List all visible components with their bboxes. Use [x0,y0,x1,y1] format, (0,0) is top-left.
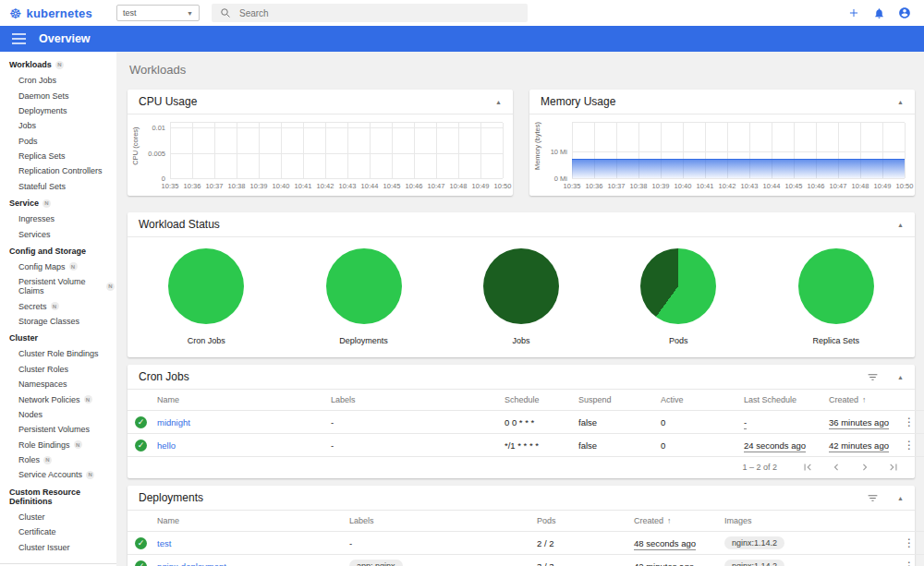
column-header-suspend[interactable]: Suspend [571,390,653,411]
sidebar-item-service-accounts[interactable]: Service AccountsN [0,467,116,482]
sidebar-item-ingresses[interactable]: Ingresses [0,211,116,226]
chart-vertical-gridline [192,123,193,178]
sidebar-item-cluster-role-bindings[interactable]: Cluster Role Bindings [0,346,116,361]
sidebar-item-config-maps[interactable]: Config MapsN [0,259,116,274]
resource-link[interactable]: nginx-deployment [157,561,226,566]
sidebar-item-roles[interactable]: RolesN [0,452,116,467]
sidebar-item-storage-classes[interactable]: Storage Classes [0,314,116,329]
row-menu-icon[interactable]: ⋮ [899,415,919,428]
sidebar-group-cluster[interactable]: Cluster [0,329,116,346]
column-header-schedule[interactable]: Schedule [497,390,571,411]
cell-text: 0 [661,417,665,428]
cell-labels: - [323,411,497,434]
x-tick-label: 10:48 [450,182,468,190]
menu-hamburger-icon[interactable] [12,33,26,44]
resource-link[interactable]: midnight [157,417,190,428]
sidebar-item-replication-controllers[interactable]: Replication Controllers [0,163,116,178]
collapse-icon[interactable]: ▲ [897,374,904,380]
namespace-selector[interactable]: test ▼ [116,5,200,21]
sidebar-item-jobs[interactable]: Jobs [0,118,116,133]
sidebar-item-certificate[interactable]: Certificate [0,524,116,539]
collapse-icon[interactable]: ▲ [897,99,904,105]
column-header-active[interactable]: Active [653,390,736,411]
cell-created: 42 minutes ago [821,434,892,457]
column-header-labels[interactable]: Labels [323,390,497,411]
sidebar-group-config-and-storage[interactable]: Config and Storage [0,242,116,259]
sidebar-item-secrets[interactable]: SecretsN [0,299,116,314]
pie-chart [798,248,874,324]
chart-vertical-gridline [214,123,215,178]
add-icon[interactable] [847,6,860,19]
filter-icon[interactable] [867,371,879,383]
user-account-icon[interactable] [898,6,911,19]
sidebar-item-persistent-volumes[interactable]: Persistent Volumes [0,422,116,437]
pie-chart [168,248,244,324]
sidebar-item-deployments[interactable]: Deployments [0,103,116,118]
previous-page-icon[interactable] [830,461,843,474]
column-header-pods[interactable]: Pods [529,511,626,532]
column-header-last-schedule[interactable]: Last Schedule [736,390,821,411]
sidebar-item-cluster-roles[interactable]: Cluster Roles [0,362,116,377]
sidebar-item-services[interactable]: Services [0,226,116,241]
cell-text: - [331,440,334,451]
deployments-title: Deployments [139,491,867,504]
sidebar-item-replica-sets[interactable]: Replica Sets [0,149,116,163]
column-header-labels[interactable]: Labels [342,511,529,532]
sidebar-item-daemon-sets[interactable]: Daemon Sets [0,88,116,102]
filter-icon[interactable] [867,492,879,504]
row-menu-icon[interactable]: ⋮ [899,536,919,549]
sidebar-item-stateful-sets[interactable]: Stateful Sets [0,179,116,194]
chart-vertical-gridline [503,123,504,178]
sidebar-item-cluster-issuer[interactable]: Cluster Issuer [0,539,116,554]
column-header-name[interactable]: Name [150,511,342,532]
deployments-table: NameLabelsPodsCreated↑Images✓test-2 / 24… [128,511,924,566]
cell-text: false [578,440,597,451]
sidebar-group-custom-resource-definitions[interactable]: Custom Resource Definitions [0,483,116,510]
label-chip: nginx:1.14.2 [724,536,784,549]
sidebar-item-role-bindings[interactable]: Role BindingsN [0,438,116,452]
resource-link[interactable]: hello [157,440,176,451]
last-page-icon[interactable] [887,461,900,474]
column-header-empty [128,511,150,532]
sidebar-item-persistent-volume-claims[interactable]: Persistent Volume ClaimsN [0,274,116,298]
cell-name: test [150,532,342,555]
first-page-icon[interactable] [801,461,814,474]
notifications-bell-icon[interactable] [873,7,885,19]
sidebar-item-cron-jobs[interactable]: Cron Jobs [0,73,116,88]
collapse-icon[interactable]: ▲ [897,495,904,501]
chart-vertical-gridline [905,123,906,178]
sidebar-item-pods[interactable]: Pods [0,134,116,149]
row-menu-icon[interactable]: ⋮ [899,560,919,566]
search-bar[interactable] [212,4,528,22]
column-header-label: Active [661,395,684,404]
sidebar-item-network-policies[interactable]: Network PoliciesN [0,391,116,406]
brand[interactable]: ☸ kubernetes [0,6,116,20]
column-header-created[interactable]: Created↑ [626,511,717,532]
resource-link[interactable]: test [157,538,171,548]
search-input[interactable] [239,8,519,18]
collapse-icon[interactable]: ▲ [897,222,904,228]
sidebar-item-namespaces[interactable]: Namespaces [0,377,116,391]
row-menu-icon[interactable]: ⋮ [899,439,919,452]
sidebar-item-nodes[interactable]: Nodes [0,407,116,422]
x-tick-label: 10:49 [874,182,892,190]
sidebar-item-cluster[interactable]: Cluster [0,510,116,524]
label-chip: nginx:1.14.2 [724,560,784,566]
collapse-icon[interactable]: ▲ [495,99,502,105]
sidebar-group-label: Custom Resource Definitions [9,488,115,506]
cron-jobs-card: Cron Jobs ▲ NameLabelsScheduleSuspendAct… [128,365,915,478]
chart-vertical-gridline [259,123,260,178]
column-header-label: Pods [537,516,556,525]
next-page-icon[interactable] [858,461,871,474]
x-tick-label: 10:38 [630,182,648,190]
cell-pods: 2 / 2 [529,532,626,555]
content: WorkloadsNCron JobsDaemon SetsDeployment… [0,52,924,566]
column-header-name[interactable]: Name [150,390,323,411]
pie-label: Deployments [339,336,388,345]
column-header-created[interactable]: Created↑ [821,390,892,411]
sidebar-item-label: Replica Sets [18,151,66,161]
sidebar-group-workloads[interactable]: WorkloadsN [0,55,116,73]
chart-horizontal-gridline [572,151,905,152]
sidebar-group-service[interactable]: ServiceN [0,194,116,211]
column-header-images[interactable]: Images [717,511,892,532]
